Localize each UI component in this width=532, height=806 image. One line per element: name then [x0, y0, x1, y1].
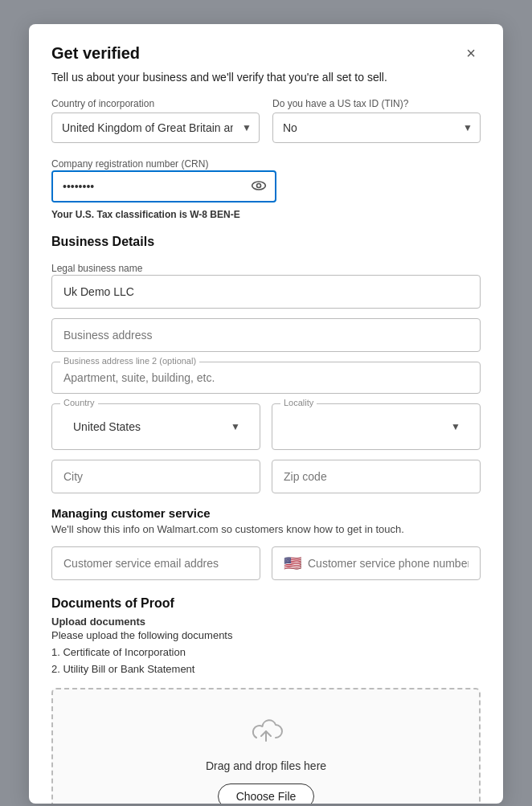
address-line2-legend: Business address line 2 (optional)	[60, 356, 199, 366]
eye-icon	[251, 178, 267, 194]
business-country-legend: Country	[60, 398, 98, 407]
country-label: Country of incorporation	[51, 98, 260, 109]
drag-text: Drag and drop files here	[69, 759, 463, 772]
business-country-group: Country United States ▼	[51, 403, 260, 450]
documents-section: Documents of Proof Upload documents Plea…	[51, 596, 481, 804]
customer-service-phone-wrapper: 🇺🇸	[272, 546, 481, 580]
country-select[interactable]: United Kingdom of Great Britain and Nort…	[51, 113, 260, 143]
crn-input-wrapper	[51, 170, 276, 203]
tax-note: Your U.S. Tax classification is W-8 BEN-…	[51, 209, 481, 220]
modal-header: Get verified ×	[51, 43, 481, 63]
customer-service-email-input[interactable]	[51, 546, 260, 580]
country-field-group: Country of incorporation United Kingdom …	[51, 98, 260, 143]
tax-classification: W-8 BEN-E	[190, 209, 239, 220]
drop-zone[interactable]: Drag and drop files here Choose File JPG…	[51, 688, 481, 804]
toggle-visibility-button[interactable]	[243, 172, 275, 201]
docs-list-item: 1. Certificate of Incorporation	[51, 644, 481, 661]
tax-id-select-wrapper: No ▼	[272, 113, 481, 143]
locality-select-wrapper: ▼	[284, 412, 469, 441]
city-zip-row	[51, 460, 481, 493]
locality-select[interactable]	[284, 412, 469, 441]
choose-file-button[interactable]: Choose File	[218, 783, 315, 804]
country-locality-row: Country United States ▼ Locality	[51, 403, 481, 450]
customer-service-inputs-row: 🇺🇸	[51, 546, 481, 580]
svg-point-1	[257, 183, 261, 187]
locality-group: Locality ▼	[272, 403, 481, 450]
modal-dialog: Get verified × Tell us about your busine…	[29, 24, 503, 804]
docs-list-item: 2. Utility Bill or Bank Statement	[51, 661, 481, 678]
business-address-input[interactable]	[51, 318, 481, 352]
docs-list: 1. Certificate of Incorporation 2. Utili…	[51, 644, 481, 678]
business-country-select-wrapper: United States ▼	[63, 412, 248, 441]
zip-input[interactable]	[272, 460, 481, 493]
address-line2-input[interactable]	[63, 371, 469, 384]
cloud-upload-icon	[69, 715, 463, 751]
tax-id-label: Do you have a US tax ID (TIN)?	[272, 98, 481, 109]
crn-section: Company registration number (CRN)	[51, 156, 481, 203]
business-country-select[interactable]: United States	[63, 412, 248, 441]
upload-instructions: Please upload the following documents	[51, 629, 481, 641]
modal-subtitle: Tell us about your business and we'll ve…	[51, 71, 481, 84]
customer-service-title: Managing customer service	[51, 506, 481, 520]
tax-id-field-group: Do you have a US tax ID (TIN)? No ▼	[272, 98, 481, 143]
customer-service-phone-input[interactable]	[308, 557, 469, 570]
business-country-fieldset: Country United States ▼	[51, 403, 260, 450]
close-button[interactable]: ×	[461, 43, 481, 63]
city-input[interactable]	[51, 460, 260, 493]
country-tax-row: Country of incorporation United Kingdom …	[51, 98, 481, 143]
locality-legend: Locality	[280, 398, 317, 407]
business-details-section: Business Details Legal business name Bus…	[51, 235, 481, 493]
business-details-title: Business Details	[51, 235, 481, 249]
legal-name-label: Legal business name	[51, 263, 142, 274]
tax-note-prefix: Your U.S. Tax classification is	[51, 209, 190, 220]
locality-fieldset: Locality ▼	[272, 403, 481, 450]
flag-icon: 🇺🇸	[284, 554, 301, 572]
crn-label: Company registration number (CRN)	[51, 158, 208, 170]
legal-name-input[interactable]	[51, 275, 481, 309]
upload-label: Upload documents	[51, 616, 481, 628]
tax-id-select[interactable]: No	[272, 113, 481, 143]
svg-point-0	[252, 182, 266, 190]
customer-service-subtitle: We'll show this info on Walmart.com so c…	[51, 523, 481, 535]
country-select-wrapper: United Kingdom of Great Britain and Nort…	[51, 113, 260, 143]
crn-input[interactable]	[53, 172, 243, 201]
modal-title: Get verified	[51, 44, 140, 63]
address-line2-fieldset: Business address line 2 (optional)	[51, 362, 481, 394]
documents-title: Documents of Proof	[51, 596, 481, 611]
customer-service-section: Managing customer service We'll show thi…	[51, 506, 481, 580]
